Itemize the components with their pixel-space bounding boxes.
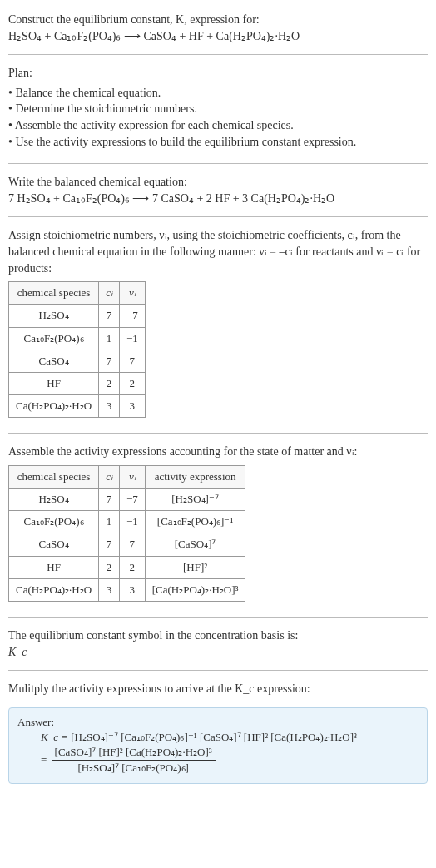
plan-section: Plan: Balance the chemical equation. Det… — [8, 60, 428, 158]
divider — [8, 433, 428, 434]
activity-heading: Assemble the activity expressions accoun… — [8, 444, 428, 460]
symbol-section: The equilibrium constant symbol in the c… — [8, 622, 428, 665]
cell: −1 — [119, 327, 145, 350]
cell: 7 — [99, 305, 120, 327]
cell: 3 — [119, 395, 145, 418]
divider — [8, 617, 428, 618]
cell: Ca(H₂PO₄)₂·H₂O — [9, 395, 99, 418]
stoich-table: chemical species cᵢ νᵢ H₂SO₄7−7 Ca₁₀F₂(P… — [8, 281, 146, 418]
cell: 2 — [119, 556, 145, 578]
divider — [8, 216, 428, 217]
cell: [Ca(H₂PO₄)₂·H₂O]³ — [145, 578, 245, 601]
unbalanced-equation: H₂SO₄ + Ca₁₀F₂(PO₄)₆ ⟶ CaSO₄ + HF + Ca(H… — [8, 28, 428, 45]
table-row: Ca₁₀F₂(PO₄)₆1−1[Ca₁₀F₂(PO₄)₆]⁻¹ — [9, 511, 245, 533]
cell: 3 — [119, 578, 145, 601]
divider — [8, 670, 428, 671]
multiply-heading: Mulitply the activity expressions to arr… — [8, 681, 428, 697]
cell: −7 — [119, 305, 145, 327]
cell: 1 — [99, 511, 120, 533]
cell: 3 — [99, 578, 120, 601]
symbol-heading: The equilibrium constant symbol in the c… — [8, 627, 428, 644]
answer-box: Answer: K_c = [H₂SO₄]⁻⁷ [Ca₁₀F₂(PO₄)₆]⁻¹… — [8, 707, 428, 784]
equals-sign: = — [41, 753, 50, 766]
cell: HF — [9, 372, 99, 394]
col-species: chemical species — [9, 282, 99, 305]
table-row: CaSO₄77[CaSO₄]⁷ — [9, 533, 245, 556]
answer-line2: = [CaSO₄]⁷ [HF]² [Ca(H₂PO₄)₂·H₂O]³ [H₂SO… — [41, 745, 419, 776]
multiply-section: Mulitply the activity expressions to arr… — [8, 676, 428, 702]
stoich-section: Assign stoichiometric numbers, νᵢ, using… — [8, 222, 428, 428]
activity-section: Assemble the activity expressions accoun… — [8, 439, 428, 612]
balanced-heading: Write the balanced chemical equation: — [8, 174, 428, 191]
table-row: Ca₁₀F₂(PO₄)₆1−1 — [9, 327, 146, 350]
cell: [HF]² — [145, 556, 245, 578]
cell: 7 — [99, 350, 120, 372]
col-ci: cᵢ — [99, 465, 120, 488]
plan-item: Balance the chemical equation. — [8, 85, 428, 102]
kc-rhs: [H₂SO₄]⁻⁷ [Ca₁₀F₂(PO₄)₆]⁻¹ [CaSO₄]⁷ [HF]… — [71, 731, 357, 743]
table-row: Ca(H₂PO₄)₂·H₂O33[Ca(H₂PO₄)₂·H₂O]³ — [9, 578, 245, 601]
col-species: chemical species — [9, 465, 99, 488]
cell: Ca₁₀F₂(PO₄)₆ — [9, 327, 99, 350]
cell: 2 — [119, 372, 145, 394]
kc-lhs: K_c = — [41, 731, 68, 743]
cell: [H₂SO₄]⁻⁷ — [145, 489, 245, 511]
table-row: HF22[HF]² — [9, 556, 245, 578]
fraction-denominator: [H₂SO₄]⁷ [Ca₁₀F₂(PO₄)₆] — [52, 761, 216, 776]
col-ci: cᵢ — [99, 282, 120, 305]
cell: 2 — [99, 372, 120, 394]
cell: Ca(H₂PO₄)₂·H₂O — [9, 578, 99, 601]
answer-line1: K_c = [H₂SO₄]⁻⁷ [Ca₁₀F₂(PO₄)₆]⁻¹ [CaSO₄]… — [41, 730, 419, 745]
balanced-section: Write the balanced chemical equation: 7 … — [8, 169, 428, 211]
plan-item: Use the activity expressions to build th… — [8, 134, 428, 151]
plan-heading: Plan: — [8, 65, 428, 82]
cell: 7 — [99, 533, 120, 556]
cell: 1 — [99, 327, 120, 350]
cell: 2 — [99, 556, 120, 578]
cell: HF — [9, 556, 99, 578]
divider — [8, 163, 428, 164]
table-header-row: chemical species cᵢ νᵢ — [9, 282, 146, 305]
table-row: Ca(H₂PO₄)₂·H₂O33 — [9, 395, 146, 418]
cell: H₂SO₄ — [9, 489, 99, 511]
table-row: CaSO₄77 — [9, 350, 146, 372]
cell: Ca₁₀F₂(PO₄)₆ — [9, 511, 99, 533]
cell: CaSO₄ — [9, 533, 99, 556]
col-nu: νᵢ — [119, 465, 145, 488]
divider — [8, 54, 428, 55]
cell: −7 — [119, 489, 145, 511]
cell: 7 — [119, 533, 145, 556]
intro-section: Construct the equilibrium constant, K, e… — [8, 7, 428, 49]
cell: −1 — [119, 511, 145, 533]
cell: 3 — [99, 395, 120, 418]
fraction: [CaSO₄]⁷ [HF]² [Ca(H₂PO₄)₂·H₂O]³ [H₂SO₄]… — [52, 745, 216, 776]
table-row: HF22 — [9, 372, 146, 394]
cell: [CaSO₄]⁷ — [145, 533, 245, 556]
cell: [Ca₁₀F₂(PO₄)₆]⁻¹ — [145, 511, 245, 533]
fraction-numerator: [CaSO₄]⁷ [HF]² [Ca(H₂PO₄)₂·H₂O]³ — [52, 745, 216, 761]
cell: CaSO₄ — [9, 350, 99, 372]
plan-item: Assemble the activity expression for eac… — [8, 117, 428, 134]
table-header-row: chemical species cᵢ νᵢ activity expressi… — [9, 465, 245, 488]
activity-table: chemical species cᵢ νᵢ activity expressi… — [8, 465, 245, 602]
cell: 7 — [119, 350, 145, 372]
table-row: H₂SO₄7−7 — [9, 305, 146, 327]
plan-item: Determine the stoichiometric numbers. — [8, 101, 428, 117]
stoich-heading: Assign stoichiometric numbers, νᵢ, using… — [8, 227, 428, 276]
table-row: H₂SO₄7−7[H₂SO₄]⁻⁷ — [9, 489, 245, 511]
answer-label: Answer: — [17, 715, 419, 730]
intro-line1: Construct the equilibrium constant, K, e… — [8, 12, 428, 28]
cell: H₂SO₄ — [9, 305, 99, 327]
col-activity: activity expression — [145, 465, 245, 488]
plan-list: Balance the chemical equation. Determine… — [8, 85, 428, 150]
cell: 7 — [99, 489, 120, 511]
symbol-value: K_c — [8, 644, 428, 661]
col-nu: νᵢ — [119, 282, 145, 305]
balanced-equation: 7 H₂SO₄ + Ca₁₀F₂(PO₄)₆ ⟶ 7 CaSO₄ + 2 HF … — [8, 191, 428, 207]
